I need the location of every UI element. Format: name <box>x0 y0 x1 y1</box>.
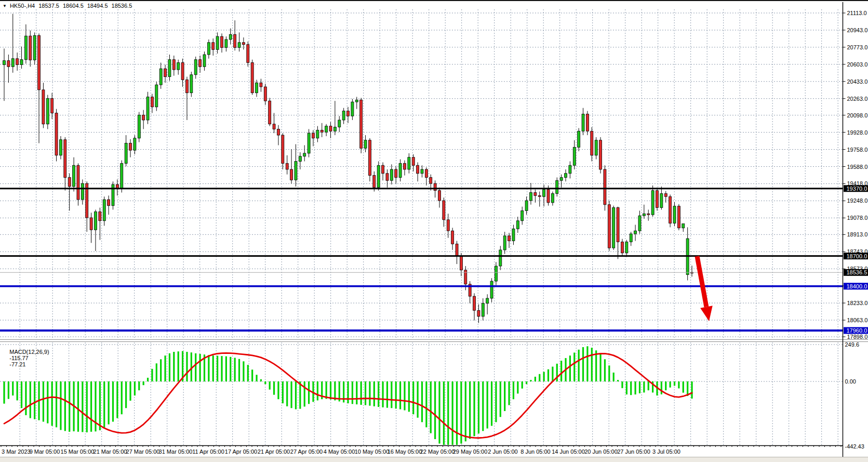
candle-bull <box>159 69 162 85</box>
macd-histogram-bar <box>112 381 114 421</box>
candle-bull <box>595 140 597 155</box>
macd-histogram-bar <box>151 369 153 381</box>
candle-bear <box>438 191 441 201</box>
price-tick-label: 18233.0 <box>847 300 868 306</box>
macd-histogram-bar <box>526 381 527 384</box>
candle-bear <box>443 201 445 220</box>
macd-histogram-bar <box>230 357 231 381</box>
candle-bull <box>355 100 358 102</box>
candle-bull <box>20 60 23 65</box>
candle-bear <box>185 80 188 93</box>
candle-bear <box>7 61 10 67</box>
candle-bull <box>238 43 241 48</box>
macd-histogram-bar <box>586 346 588 381</box>
candle-bull <box>203 55 206 67</box>
macd-histogram-bar <box>378 381 379 407</box>
time-axis-label: 10 May 05:00 <box>355 448 390 455</box>
macd-histogram-bar <box>95 381 96 431</box>
macd-histogram-bar <box>487 381 488 429</box>
macd-histogram-bar <box>134 381 136 395</box>
candle-bear <box>329 126 332 131</box>
macd-histogram-bar <box>116 381 118 418</box>
trading-chart-window: 21113.020943.020773.020603.020433.020263… <box>0 0 868 462</box>
candle-bull <box>582 114 584 131</box>
price-tick-label: 19078.0 <box>847 215 868 221</box>
resistance-line-black[interactable] <box>0 255 843 257</box>
time-axis: 3 Mar 20239 Mar 05:0015 Mar 05:0021 Mar … <box>0 446 843 455</box>
candle-bull <box>190 75 193 93</box>
macd-histogram-bar <box>495 381 497 422</box>
candle-bull <box>303 153 306 156</box>
candle-bear <box>586 114 589 131</box>
time-axis-label: 17 Apr 05:00 <box>225 448 257 455</box>
candle-bull <box>216 36 219 49</box>
macd-histogram-bar <box>626 381 627 394</box>
candle-bear <box>547 190 550 203</box>
macd-histogram-bar <box>456 381 458 445</box>
candle-bull <box>482 303 484 316</box>
panel-separator <box>0 339 868 342</box>
candle-bear <box>425 169 428 178</box>
candle-bull <box>638 216 641 231</box>
macd-histogram-bar <box>522 381 523 389</box>
resistance-line-black[interactable] <box>0 188 843 189</box>
support-line-blue[interactable] <box>0 329 843 332</box>
price-axis: 21113.020943.020773.020603.020433.020263… <box>843 2 868 457</box>
price-tick-label: 19928.0 <box>847 129 868 136</box>
candle-bear <box>251 63 253 93</box>
price-tick-label: 20603.0 <box>847 61 868 68</box>
candle-bear <box>242 43 245 45</box>
candle-bear <box>286 163 288 169</box>
price-badge-label: 18400.0 <box>847 283 867 289</box>
candle-bear <box>460 256 462 270</box>
macd-histogram-bar <box>473 381 475 436</box>
candle-bear <box>277 129 279 135</box>
candle-bull <box>342 111 345 120</box>
time-axis-label: 21 Mar 05:00 <box>94 448 127 455</box>
macd-histogram-bar <box>599 354 601 381</box>
candle-bear <box>382 165 384 174</box>
macd-histogram-bar <box>3 381 5 404</box>
candle-bear <box>29 36 32 60</box>
macd-histogram-bar <box>103 381 105 428</box>
price-tick-label: 18063.0 <box>847 317 868 323</box>
macd-histogram-bar <box>138 381 140 390</box>
price-badge-label: 18536.5 <box>847 269 867 275</box>
support-line-blue[interactable] <box>0 285 843 287</box>
arrow-head[interactable] <box>700 306 713 321</box>
candle-bear <box>617 208 619 242</box>
macd-histogram-bar <box>173 352 175 381</box>
candle-bear <box>608 205 610 248</box>
macd-histogram-bar <box>452 381 453 445</box>
candle-bear <box>312 133 314 138</box>
macd-histogram-bar <box>365 381 366 405</box>
macd-histogram-bar <box>269 381 271 390</box>
candle-bull <box>11 59 14 67</box>
macd-histogram-bar <box>326 381 327 399</box>
macd-histogram-bar <box>64 381 66 431</box>
macd-histogram-bar <box>251 369 253 381</box>
macd-histogram-bar <box>34 381 35 419</box>
macd-histogram-bar <box>304 381 305 406</box>
candle-bear <box>42 90 45 124</box>
candle-bear <box>99 212 101 220</box>
candle-bull <box>33 35 36 60</box>
time-axis-label: 14 Jun 05:00 <box>552 448 585 455</box>
arrow-shaft[interactable] <box>697 256 706 307</box>
candle-bear <box>16 59 19 65</box>
candle-bear <box>199 60 202 67</box>
symbol-dropdown-icon[interactable]: ▼ <box>3 4 7 8</box>
macd-histogram-bar <box>530 380 531 381</box>
macd-histogram-bar <box>408 381 410 412</box>
candle-bear <box>430 177 432 183</box>
candle-bull <box>495 266 497 281</box>
macd-histogram-bar <box>573 352 575 381</box>
candle-bull <box>625 242 628 253</box>
macd-histogram-bar <box>82 381 83 432</box>
candle-bear <box>172 60 175 70</box>
time-axis-label: 22 May 05:00 <box>420 448 455 455</box>
macd-histogram-bar <box>608 365 610 381</box>
candle-bear <box>321 130 323 132</box>
time-axis-label: 27 Apr 05:00 <box>290 448 323 455</box>
macd-histogram-bar <box>169 353 170 381</box>
